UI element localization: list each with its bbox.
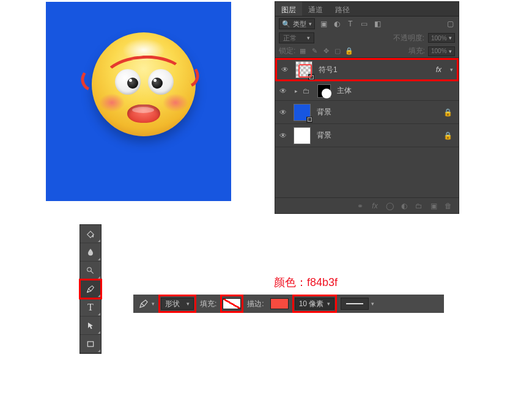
filter-shape-icon[interactable]: ▭ (359, 19, 369, 29)
stroke-color-swatch (270, 298, 289, 309)
filter-toggle-icon[interactable]: ▢ (445, 19, 455, 29)
layer-thumbnail[interactable] (294, 104, 311, 121)
layer-name[interactable]: 符号1 (319, 65, 430, 75)
no-fill-icon (223, 298, 241, 309)
svg-point-0 (87, 267, 92, 271)
fill-label: 填充: (200, 299, 216, 309)
layer-row[interactable]: 👁 背景 🔒 (275, 124, 459, 147)
lock-label: 锁定: (279, 46, 295, 56)
filter-type-select[interactable]: 🔍 类型 ▾ (279, 18, 315, 29)
lock-row: 锁定: ▦ ✎ ✥ ▢ 🔒 填充: 100% ▾ (275, 45, 459, 58)
layers-list: 👁 符号1 fx ▾ 👁 ▸ 🗀 主体 👁 背景 🔒 👁 背景 🔒 (275, 58, 459, 147)
solid-line-icon (346, 303, 363, 304)
group-icon[interactable]: 🗀 (415, 202, 423, 210)
folder-collapse-icon[interactable]: ▸ (295, 88, 298, 94)
visibility-icon[interactable]: 👁 (281, 65, 289, 74)
layer-row[interactable]: 👁 背景 🔒 (275, 101, 459, 124)
link-icon[interactable]: ⚭ (356, 202, 364, 210)
visibility-icon[interactable]: 👁 (279, 87, 287, 95)
stroke-width-field[interactable]: 10 像素 ▾ (295, 297, 335, 310)
layer-row[interactable]: 👁 符号1 fx ▾ (275, 58, 459, 81)
chevron-down-icon: ▾ (187, 301, 190, 307)
new-layer-icon[interactable]: ▣ (429, 202, 438, 210)
lock-icon: 🔒 (443, 131, 453, 140)
lock-icon: 🔒 (443, 108, 453, 117)
bucket-tool[interactable] (80, 225, 101, 243)
canvas-preview (46, 2, 231, 201)
options-bar: ▾ 形状 ▾ 填充: 描边: 10 像素 ▾ ▾ (133, 295, 444, 313)
type-tool[interactable]: T (80, 298, 101, 317)
filter-adjust-icon[interactable]: ◐ (332, 19, 342, 29)
blend-row: 正常 ▾ 不透明度: 100% ▾ (275, 31, 459, 45)
tool-preset-picker[interactable]: ▾ (138, 297, 155, 310)
blur-tool[interactable] (80, 243, 101, 262)
emoji-artwork (92, 32, 196, 136)
filter-image-icon[interactable]: ▣ (319, 19, 328, 29)
lock-pixels-icon[interactable]: ▦ (298, 47, 307, 56)
blend-mode-select[interactable]: 正常 ▾ (279, 32, 314, 43)
path-select-tool[interactable] (80, 317, 101, 335)
lock-brush-icon[interactable]: ✎ (310, 47, 319, 56)
visibility-icon[interactable]: 👁 (279, 108, 287, 117)
lock-position-icon[interactable]: ✥ (322, 47, 330, 56)
tab-channels[interactable]: 通道 (302, 2, 329, 16)
fill-value: 100% (431, 48, 447, 54)
fx-badge[interactable]: fx (436, 65, 441, 74)
stroke-label: 描边: (247, 299, 264, 309)
filter-type-icon[interactable]: T (345, 19, 355, 29)
stroke-swatch[interactable] (270, 297, 289, 310)
layer-name[interactable]: 背景 (317, 107, 437, 117)
mask-icon[interactable]: ◯ (385, 202, 394, 210)
svg-rect-2 (87, 342, 93, 346)
chevron-down-icon: ▾ (307, 35, 310, 41)
opacity-label: 不透明度: (393, 33, 424, 43)
folder-icon: 🗀 (301, 86, 311, 96)
lock-artboard-icon[interactable]: ▢ (333, 47, 342, 56)
trash-icon[interactable]: 🗑 (444, 202, 453, 210)
fill-label: 填充: (408, 46, 425, 56)
layer-thumbnail[interactable] (294, 127, 311, 144)
chevron-down-icon: ▾ (327, 301, 330, 307)
svg-point-1 (87, 291, 88, 292)
pen-tool[interactable] (80, 280, 101, 298)
filter-row: 🔍 类型 ▾ ▣ ◐ T ▭ ◧ ▢ (275, 16, 459, 31)
stroke-width-value: 10 像素 (299, 299, 324, 309)
layers-panel: 图层 通道 路径 🔍 类型 ▾ ▣ ◐ T ▭ ◧ ▢ 正常 ▾ 不透明度: 1… (275, 1, 459, 214)
tab-paths[interactable]: 路径 (329, 2, 356, 16)
chevron-down-icon: ▾ (449, 48, 452, 54)
blend-mode-value: 正常 (283, 34, 297, 43)
layer-name[interactable]: 背景 (317, 130, 437, 141)
panel-bottom-bar: ⚭ fx ◯ ◐ 🗀 ▣ 🗑 (275, 197, 459, 213)
fill-swatch[interactable] (223, 297, 241, 310)
opacity-value: 100% (431, 35, 447, 42)
mask-thumbnail[interactable] (317, 84, 331, 98)
chevron-down-icon: ▾ (371, 301, 374, 307)
dodge-tool[interactable] (80, 262, 101, 280)
color-annotation: 颜色：f84b3f (274, 275, 338, 290)
lock-all-icon[interactable]: 🔒 (345, 47, 353, 56)
chevron-down-icon[interactable]: ▾ (450, 67, 453, 73)
stroke-style-select[interactable]: ▾ (341, 297, 374, 310)
tool-mode-select[interactable]: 形状 ▾ (161, 297, 194, 310)
chevron-down-icon: ▾ (152, 301, 155, 307)
layer-name[interactable]: 主体 (337, 86, 455, 96)
tab-layers[interactable]: 图层 (275, 2, 302, 16)
tool-mode-value: 形状 (165, 299, 180, 309)
search-icon: 🔍 (282, 20, 290, 28)
visibility-icon[interactable]: 👁 (279, 131, 287, 140)
chevron-down-icon: ▾ (449, 35, 452, 41)
filter-type-label: 类型 (293, 20, 306, 29)
opacity-field[interactable]: 100% ▾ (428, 33, 455, 43)
adjustment-icon[interactable]: ◐ (400, 202, 408, 210)
filter-smart-icon[interactable]: ◧ (372, 19, 382, 29)
layer-row[interactable]: 👁 ▸ 🗀 主体 (275, 81, 459, 101)
fx-icon[interactable]: fx (371, 202, 379, 210)
tool-strip: T (79, 224, 102, 354)
layer-thumbnail[interactable] (295, 61, 312, 78)
chevron-down-icon: ▾ (309, 21, 312, 27)
rectangle-tool[interactable] (80, 335, 101, 353)
panel-tabs: 图层 通道 路径 (275, 2, 459, 16)
fill-field[interactable]: 100% ▾ (428, 46, 455, 56)
